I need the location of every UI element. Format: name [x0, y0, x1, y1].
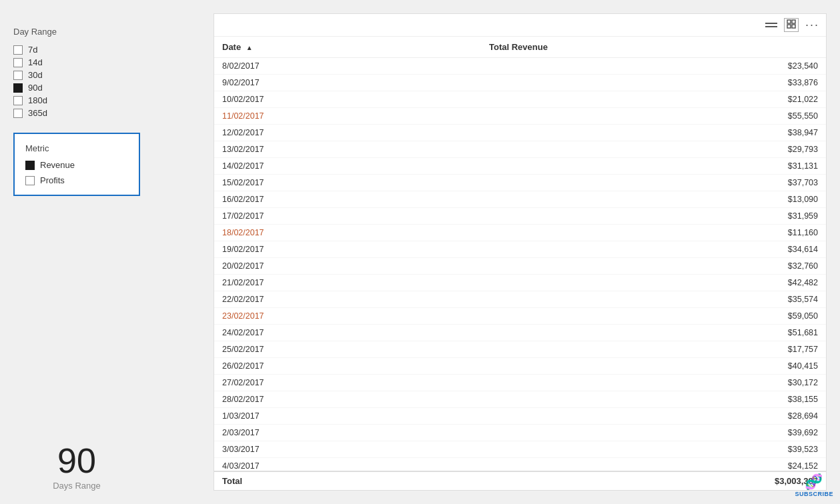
metric-item-revenue[interactable]: Revenue [25, 160, 128, 170]
metric-items: Revenue Profits [25, 160, 128, 185]
table-toolbar: ··· [214, 14, 826, 37]
days-range-display: 90 Days Range [13, 417, 140, 491]
revenue-cell: $29,793 [481, 141, 826, 158]
checkbox-14d[interactable]: 14d [13, 56, 200, 69]
metric-checkbox-revenue [25, 161, 35, 170]
checkbox-label-90d: 90d [28, 83, 43, 93]
table-row: 1/03/2017 $28,694 [214, 408, 826, 425]
table-row: 13/02/2017 $29,793 [214, 141, 826, 158]
revenue-cell: $51,681 [481, 325, 826, 341]
date-cell: 19/02/2017 [214, 241, 481, 258]
revenue-cell: $38,947 [481, 125, 826, 141]
date-cell: 15/02/2017 [214, 175, 481, 191]
revenue-cell: $31,959 [481, 208, 826, 225]
revenue-cell: $23,540 [481, 58, 826, 75]
date-cell: 13/02/2017 [214, 141, 481, 158]
day-range-section: Day Range 7d 14d 30d 90d 180d 365d [13, 27, 200, 119]
metric-box: Metric Revenue Profits [13, 133, 140, 196]
checkbox-box-180d [13, 96, 23, 105]
dna-icon: 🧬 [805, 473, 823, 491]
revenue-cell: $37,703 [481, 175, 826, 191]
checkbox-180d[interactable]: 180d [13, 94, 200, 107]
date-cell: 3/03/2017 [214, 441, 481, 458]
date-cell: 20/02/2017 [214, 258, 481, 275]
table-row: 9/02/2017 $33,876 [214, 75, 826, 91]
table-wrapper[interactable]: Date ▲ Total Revenue 8/02/2017 $23,540 9… [214, 37, 826, 471]
checkbox-label-30d: 30d [28, 70, 43, 80]
table-row: 16/02/2017 $13,090 [214, 191, 826, 208]
date-cell: 11/02/2017 [214, 108, 481, 125]
checkbox-box-90d [13, 83, 23, 93]
date-cell: 17/02/2017 [214, 208, 481, 225]
metric-label-profits: Profits [40, 175, 65, 185]
table-row: 23/02/2017 $59,050 [214, 308, 826, 325]
metric-item-profits[interactable]: Profits [25, 175, 128, 185]
revenue-cell: $13,090 [481, 191, 826, 208]
metric-checkbox-profits [25, 176, 35, 185]
table-row: 28/02/2017 $38,155 [214, 391, 826, 408]
date-cell: 16/02/2017 [214, 191, 481, 208]
table-row: 19/02/2017 $34,614 [214, 241, 826, 258]
revenue-cell: $55,550 [481, 108, 826, 125]
revenue-cell: $39,692 [481, 425, 826, 441]
revenue-cell: $28,694 [481, 408, 826, 425]
svg-rect-1 [792, 20, 795, 23]
table-row: 8/02/2017 $23,540 [214, 58, 826, 75]
subscribe-badge: 🧬 SUBSCRIBE [795, 473, 833, 497]
revenue-cell: $35,574 [481, 291, 826, 308]
hamburger-icon[interactable] [765, 23, 777, 27]
more-options-icon[interactable]: ··· [805, 18, 819, 32]
revenue-cell: $34,614 [481, 241, 826, 258]
revenue-cell: $40,415 [481, 358, 826, 375]
col-date-header[interactable]: Date ▲ [214, 37, 481, 58]
revenue-cell: $31,131 [481, 158, 826, 175]
days-range-label: Days Range [13, 481, 140, 491]
day-range-title: Day Range [13, 27, 200, 37]
date-cell: 9/02/2017 [214, 75, 481, 91]
left-panel: Day Range 7d 14d 30d 90d 180d 365d Metri… [13, 13, 200, 491]
table-row: 12/02/2017 $38,947 [214, 125, 826, 141]
date-cell: 25/02/2017 [214, 341, 481, 358]
revenue-cell: $59,050 [481, 308, 826, 325]
date-cell: 10/02/2017 [214, 91, 481, 108]
col-revenue-header: Total Revenue [481, 37, 826, 58]
day-range-checkboxes: 7d 14d 30d 90d 180d 365d [13, 43, 200, 119]
checkbox-label-14d: 14d [28, 57, 43, 67]
table-row: 14/02/2017 $31,131 [214, 158, 826, 175]
checkbox-7d[interactable]: 7d [13, 43, 200, 56]
table-row: 18/02/2017 $11,160 [214, 225, 826, 241]
date-cell: 24/02/2017 [214, 325, 481, 341]
data-table: Date ▲ Total Revenue 8/02/2017 $23,540 9… [214, 37, 826, 471]
revenue-cell: $17,757 [481, 341, 826, 358]
date-cell: 18/02/2017 [214, 225, 481, 241]
table-row: 3/03/2017 $39,523 [214, 441, 826, 458]
checkbox-365d[interactable]: 365d [13, 107, 200, 119]
date-cell: 26/02/2017 [214, 358, 481, 375]
sort-arrow-icon: ▲ [246, 44, 253, 51]
table-row: 17/02/2017 $31,959 [214, 208, 826, 225]
date-cell: 1/03/2017 [214, 408, 481, 425]
main-container: Day Range 7d 14d 30d 90d 180d 365d Metri… [0, 0, 840, 504]
date-cell: 12/02/2017 [214, 125, 481, 141]
table-row: 25/02/2017 $17,757 [214, 341, 826, 358]
revenue-cell: $32,760 [481, 258, 826, 275]
date-cell: 22/02/2017 [214, 291, 481, 308]
checkbox-90d[interactable]: 90d [13, 81, 200, 94]
checkbox-label-7d: 7d [28, 45, 37, 55]
date-cell: 21/02/2017 [214, 275, 481, 291]
table-row: 2/03/2017 $39,692 [214, 425, 826, 441]
expand-icon[interactable] [784, 18, 799, 32]
table-row: 4/03/2017 $24,152 [214, 458, 826, 471]
revenue-cell: $21,022 [481, 91, 826, 108]
checkbox-30d[interactable]: 30d [13, 69, 200, 81]
revenue-cell: $30,172 [481, 375, 826, 391]
right-panel: ··· Date ▲ Total Revenue 8/02/2017 $23,5… [214, 13, 827, 491]
checkbox-label-180d: 180d [28, 95, 47, 105]
table-row: 22/02/2017 $35,574 [214, 291, 826, 308]
revenue-cell: $33,876 [481, 75, 826, 91]
svg-rect-3 [792, 25, 795, 28]
table-row: 20/02/2017 $32,760 [214, 258, 826, 275]
date-cell: 4/03/2017 [214, 458, 481, 471]
checkbox-box-7d [13, 45, 23, 55]
svg-rect-2 [787, 25, 791, 28]
